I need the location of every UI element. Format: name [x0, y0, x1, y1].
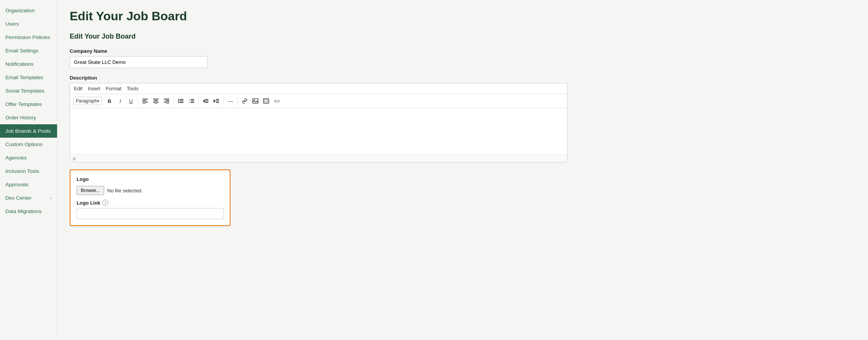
svg-point-14	[178, 101, 179, 102]
sidebar-item-data-migrations[interactable]: Data Migrations	[0, 205, 57, 218]
sidebar-item-job-boards-posts[interactable]: Job Boards & Posts	[0, 124, 57, 138]
company-name-group: Company Name	[70, 48, 856, 68]
logo-link-input[interactable]	[77, 208, 224, 219]
italic-button[interactable]: I	[115, 96, 125, 106]
sidebar-item-dev-center[interactable]: Dev Center›	[0, 191, 57, 205]
sidebar: OrganizationUsersPermission PoliciesEmai…	[0, 0, 57, 340]
svg-marker-24	[203, 99, 205, 103]
page-title: Edit Your Job Board	[70, 9, 856, 23]
editor-footer: p	[70, 154, 567, 162]
description-group: Description Edit Insert Format Tools Par…	[70, 75, 856, 163]
svg-point-12	[178, 99, 179, 100]
toolbar-divider-5	[237, 97, 238, 105]
main-content: Edit Your Job Board Edit Your Job Board …	[57, 0, 868, 340]
svg-rect-29	[216, 99, 219, 100]
svg-rect-19	[191, 99, 194, 100]
svg-rect-30	[216, 101, 219, 101]
menu-insert[interactable]: Insert	[88, 86, 100, 91]
embed-button[interactable]	[261, 96, 271, 106]
svg-rect-35	[265, 100, 268, 102]
paragraph-chevron-icon: ▾	[97, 99, 100, 104]
svg-rect-26	[205, 101, 208, 101]
ordered-list-button[interactable]: 1.2.3.	[186, 96, 196, 106]
rich-text-editor: Edit Insert Format Tools Paragraph ▾ B I…	[70, 83, 567, 163]
editor-tag: p	[73, 156, 75, 161]
logo-link-label-row: Logo Link i	[77, 200, 224, 206]
svg-rect-1	[142, 100, 146, 101]
editor-menubar: Edit Insert Format Tools	[70, 83, 567, 94]
outdent-button[interactable]	[201, 96, 211, 106]
align-center-button[interactable]	[151, 96, 161, 106]
svg-rect-0	[142, 99, 148, 99]
app-layout: OrganizationUsersPermission PoliciesEmai…	[0, 0, 868, 340]
sidebar-item-email-settings[interactable]: Email Settings	[0, 44, 57, 57]
indent-button[interactable]	[211, 96, 221, 106]
logo-section: Logo Browse... No file selected. Logo Li…	[70, 169, 230, 226]
unordered-list-button[interactable]	[176, 96, 186, 106]
paragraph-select[interactable]: Paragraph ▾	[73, 97, 102, 105]
svg-rect-11	[166, 103, 169, 104]
image-button[interactable]	[250, 96, 260, 106]
hr-button[interactable]: —	[226, 96, 235, 106]
svg-point-16	[178, 102, 179, 103]
svg-rect-31	[216, 102, 219, 103]
code-button[interactable]: <>	[272, 96, 282, 106]
sidebar-item-organization[interactable]: Organization	[0, 4, 57, 17]
svg-rect-23	[191, 102, 194, 103]
svg-rect-8	[164, 99, 169, 99]
editor-toolbar: Paragraph ▾ B I U	[70, 94, 567, 108]
sidebar-item-custom-options[interactable]: Custom Options	[0, 138, 57, 151]
menu-edit[interactable]: Edit	[74, 86, 82, 91]
toolbar-divider-2	[173, 97, 174, 105]
svg-rect-2	[142, 102, 148, 102]
align-right-button[interactable]	[162, 96, 172, 106]
svg-rect-27	[205, 102, 208, 103]
svg-rect-34	[263, 99, 269, 103]
sidebar-item-inclusion-tools[interactable]: Inclusion Tools	[0, 164, 57, 178]
sidebar-item-order-history[interactable]: Order History	[0, 111, 57, 124]
sidebar-item-email-templates[interactable]: Email Templates	[0, 71, 57, 84]
svg-marker-28	[214, 99, 216, 103]
svg-rect-25	[205, 99, 208, 100]
toolbar-divider-1	[138, 97, 138, 105]
bold-button[interactable]: B	[105, 96, 114, 106]
sidebar-item-social-templates[interactable]: Social Templates	[0, 84, 57, 98]
editor-body[interactable]	[70, 108, 567, 154]
svg-rect-6	[153, 102, 159, 102]
menu-tools[interactable]: Tools	[127, 86, 138, 91]
link-button[interactable]	[240, 96, 250, 106]
sidebar-item-notifications[interactable]: Notifications	[0, 57, 57, 71]
paragraph-label: Paragraph	[76, 98, 97, 104]
description-label: Description	[70, 75, 856, 81]
svg-rect-15	[180, 101, 183, 101]
sidebar-label-dev-center: Dev Center	[5, 195, 31, 201]
svg-rect-7	[154, 103, 157, 104]
browse-button[interactable]: Browse...	[77, 186, 104, 195]
toolbar-divider-3	[198, 97, 199, 105]
sidebar-item-users[interactable]: Users	[0, 17, 57, 31]
company-name-label: Company Name	[70, 48, 856, 54]
sidebar-item-approvals[interactable]: Approvals	[0, 178, 57, 191]
underline-button[interactable]: U	[126, 96, 136, 106]
svg-rect-13	[180, 99, 183, 100]
file-input-row: Browse... No file selected.	[77, 186, 224, 195]
svg-rect-21	[191, 101, 194, 101]
svg-rect-4	[153, 99, 159, 99]
svg-rect-5	[154, 100, 158, 101]
logo-link-text: Logo Link	[77, 200, 100, 206]
logo-link-info-icon[interactable]: i	[102, 200, 108, 206]
company-name-input[interactable]	[70, 56, 208, 68]
align-left-button[interactable]	[140, 96, 150, 106]
svg-rect-9	[165, 100, 169, 101]
svg-rect-10	[164, 102, 169, 102]
toolbar-divider-4	[223, 97, 224, 105]
sidebar-item-permission-policies[interactable]: Permission Policies	[0, 31, 57, 44]
logo-label: Logo	[77, 176, 224, 182]
sidebar-item-offer-templates[interactable]: Offer Templates	[0, 98, 57, 111]
sidebar-arrow-dev-center: ›	[50, 196, 52, 200]
menu-format[interactable]: Format	[106, 86, 121, 91]
svg-rect-17	[180, 102, 183, 103]
svg-rect-3	[142, 103, 145, 104]
sidebar-item-agencies[interactable]: Agencies	[0, 151, 57, 164]
file-name-text: No file selected.	[107, 188, 143, 194]
